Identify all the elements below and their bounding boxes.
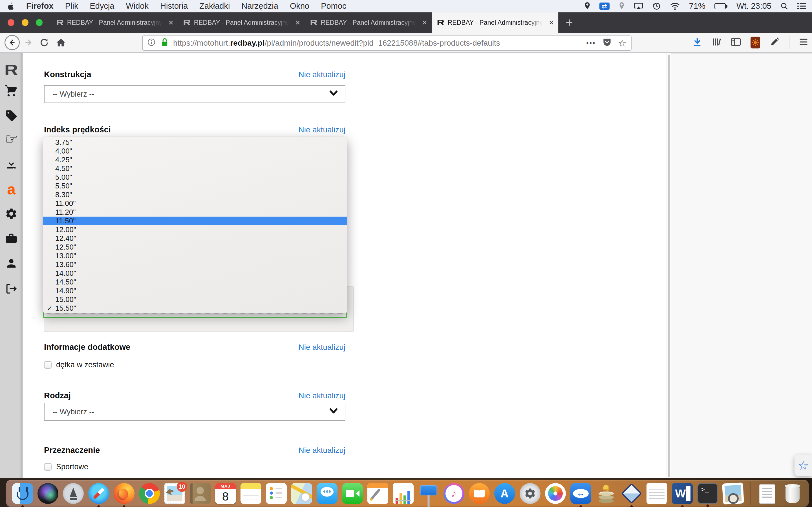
menu-firefox[interactable]: Firefox bbox=[26, 1, 54, 11]
battery-icon[interactable] bbox=[714, 3, 727, 9]
rodzaj-select[interactable]: -- Wybierz -- bbox=[44, 403, 345, 421]
konstrukcja-nie-aktualizuj-link[interactable]: Nie aktualizuj bbox=[298, 70, 345, 79]
sidebar-briefcase-icon[interactable] bbox=[0, 232, 22, 245]
dropdown-option[interactable]: 4.00" bbox=[43, 147, 347, 156]
indeks-nie-aktualizuj-link[interactable]: Nie aktualizuj bbox=[298, 125, 345, 134]
dropdown-option[interactable]: 14.90" bbox=[43, 286, 347, 295]
page-info-icon[interactable] bbox=[147, 38, 156, 48]
menu-plik[interactable]: Plik bbox=[65, 1, 79, 11]
extension-sun-icon[interactable] bbox=[751, 37, 760, 48]
sidebar-hand-pointer-icon[interactable]: ☞ bbox=[0, 132, 22, 146]
dock-maps-icon[interactable] bbox=[291, 483, 312, 504]
wifi-icon[interactable] bbox=[670, 2, 680, 10]
dropdown-option[interactable]: 14.00" bbox=[43, 269, 347, 278]
dropdown-option[interactable]: 12.50" bbox=[43, 243, 347, 251]
sidebar-import-icon[interactable] bbox=[0, 158, 22, 171]
detka-checkbox[interactable] bbox=[44, 361, 52, 369]
sidebar-tags-icon[interactable] bbox=[0, 109, 22, 122]
minimize-window-button[interactable] bbox=[22, 19, 29, 26]
menu-edycja[interactable]: Edycja bbox=[90, 1, 114, 11]
dock-finder-icon[interactable] bbox=[12, 483, 33, 504]
dock-messages-icon[interactable] bbox=[317, 483, 338, 504]
dropdown-option[interactable]: 11.20" bbox=[43, 208, 347, 217]
dock-calendar-icon[interactable]: MAJ 8 bbox=[215, 483, 236, 504]
dock-itunes-icon[interactable]: ♪ bbox=[444, 483, 464, 504]
library-icon[interactable] bbox=[712, 37, 721, 48]
menu-okno[interactable]: Okno bbox=[290, 1, 309, 11]
url-bar[interactable]: https://motohurt.redbay.pl/pl/admin/prod… bbox=[142, 36, 631, 51]
page-actions-icon[interactable]: ••• bbox=[586, 39, 596, 47]
teamviewer-menubar-icon[interactable]: ⇄ bbox=[599, 3, 610, 10]
dropdown-option[interactable]: 13.60" bbox=[43, 260, 347, 269]
przeznaczenie-nie-aktualizuj-link[interactable]: Nie aktualizuj bbox=[298, 446, 345, 455]
dock-notes-icon[interactable] bbox=[241, 483, 261, 504]
apple-menu-icon[interactable] bbox=[7, 2, 15, 10]
reload-button[interactable] bbox=[40, 38, 49, 47]
dropdown-option-checked[interactable]: ✓15.50" bbox=[43, 304, 347, 313]
tab-close-icon[interactable]: × bbox=[168, 18, 173, 27]
dropdown-option[interactable]: 3.75" bbox=[43, 138, 347, 147]
notification-center-icon[interactable] bbox=[797, 3, 806, 10]
pin-icon[interactable] bbox=[619, 2, 625, 10]
dropdown-option[interactable]: 12.40" bbox=[43, 234, 347, 243]
back-button[interactable] bbox=[4, 35, 20, 50]
hamburger-menu-icon[interactable] bbox=[799, 38, 808, 47]
dock-numbers-icon[interactable] bbox=[393, 483, 414, 504]
sidebar-toggle-icon[interactable] bbox=[731, 38, 741, 48]
dropdown-option[interactable]: 5.50" bbox=[43, 182, 347, 190]
dock-teamviewer-icon[interactable]: ↔ bbox=[570, 483, 591, 504]
tab-2[interactable]: R REDBAY - Panel Administracyjny × bbox=[178, 12, 305, 33]
dock-sequel-pro-icon[interactable] bbox=[596, 483, 617, 504]
menu-widok[interactable]: Widok bbox=[126, 1, 149, 11]
zoom-window-button[interactable] bbox=[36, 19, 43, 26]
dropdown-option[interactable]: 4.50" bbox=[43, 164, 347, 173]
tab-close-icon[interactable]: × bbox=[295, 18, 300, 27]
dock-facetime-icon[interactable] bbox=[342, 483, 363, 504]
informacje-nie-aktualizuj-link[interactable]: Nie aktualizuj bbox=[298, 343, 345, 352]
dropdown-option[interactable]: 5.00" bbox=[43, 173, 347, 182]
dock-contacts-icon[interactable] bbox=[190, 483, 211, 504]
dock-preview-icon[interactable] bbox=[722, 483, 744, 504]
dropdown-option[interactable]: 15.00" bbox=[43, 295, 347, 304]
dropdown-option[interactable]: 8.30" bbox=[43, 190, 347, 199]
dock-mail-icon[interactable]: 10 bbox=[164, 483, 185, 504]
forward-button[interactable] bbox=[24, 38, 33, 47]
dock-keynote-icon[interactable] bbox=[418, 483, 439, 504]
location-icon[interactable] bbox=[584, 2, 591, 10]
close-window-button[interactable] bbox=[8, 19, 14, 26]
dock-ibooks-icon[interactable] bbox=[469, 483, 490, 504]
menu-zakladki[interactable]: Zakładki bbox=[199, 1, 230, 11]
dock-firefox-icon[interactable] bbox=[114, 483, 135, 504]
spotlight-icon[interactable] bbox=[780, 2, 788, 10]
bookmark-star-icon[interactable]: ☆ bbox=[618, 38, 626, 48]
rodzaj-nie-aktualizuj-link[interactable]: Nie aktualizuj bbox=[298, 391, 345, 400]
dock-terminal-icon[interactable]: >_ bbox=[697, 483, 718, 504]
konstrukcja-select[interactable]: -- Wybierz -- bbox=[44, 85, 345, 103]
extension-pencil-icon[interactable] bbox=[770, 37, 779, 48]
tab-close-icon[interactable]: × bbox=[422, 18, 427, 27]
tab-4-active[interactable]: R REDBAY - Panel Administracyjny × bbox=[432, 12, 559, 33]
dock-virtualbox-icon[interactable] bbox=[621, 483, 642, 504]
dock-siri-icon[interactable] bbox=[38, 483, 58, 504]
menu-narzedzia[interactable]: Narzędzia bbox=[241, 1, 278, 11]
dock-downloads-icon[interactable] bbox=[757, 483, 777, 504]
airplay-icon[interactable] bbox=[634, 2, 644, 10]
dropdown-option-highlighted[interactable]: 11.50" bbox=[43, 217, 347, 225]
menubar-clock[interactable]: Wt. 23:05 bbox=[737, 1, 771, 11]
dock-launchpad-icon[interactable] bbox=[63, 483, 84, 504]
dock-chrome-icon[interactable] bbox=[139, 483, 160, 504]
tab-close-icon[interactable]: × bbox=[549, 18, 554, 27]
dock-safari-icon[interactable] bbox=[88, 483, 109, 504]
time-machine-icon[interactable] bbox=[652, 2, 661, 10]
pocket-icon[interactable] bbox=[603, 38, 611, 49]
sidebar-user-icon[interactable] bbox=[0, 257, 22, 270]
new-tab-button[interactable]: + bbox=[559, 12, 580, 33]
dropdown-option[interactable]: 13.00" bbox=[43, 251, 347, 260]
dock-photos-icon[interactable] bbox=[545, 483, 566, 504]
floating-star-button[interactable]: ☆ bbox=[795, 455, 812, 476]
sidebar-allegro-icon[interactable]: a bbox=[0, 183, 22, 195]
sidebar-orders-cart-icon[interactable] bbox=[0, 84, 22, 98]
menu-pomoc[interactable]: Pomoc bbox=[321, 1, 346, 11]
dropdown-option[interactable]: 4.25" bbox=[43, 156, 347, 164]
sidebar-logo[interactable]: R bbox=[0, 61, 22, 78]
